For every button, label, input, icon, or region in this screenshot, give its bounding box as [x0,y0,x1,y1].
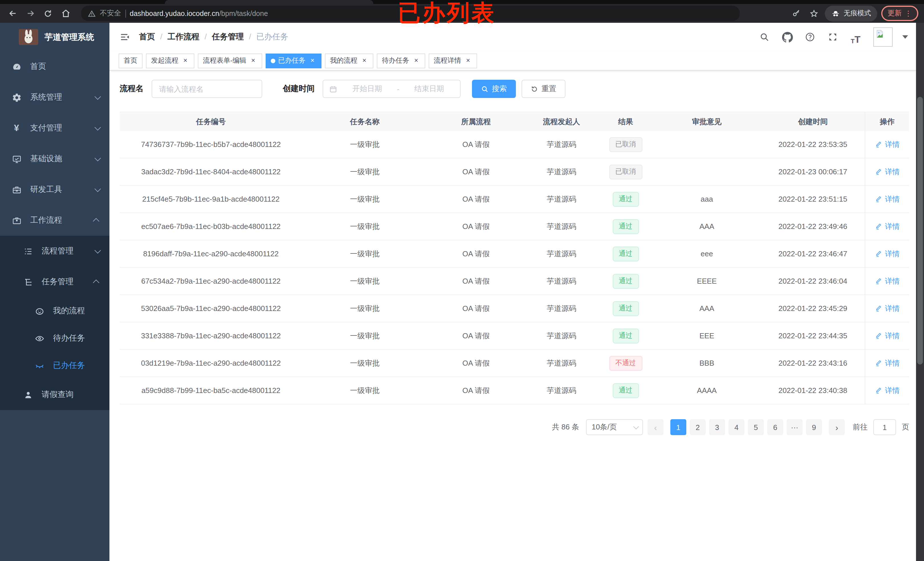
close-icon[interactable]: × [308,57,316,64]
cell-task-id: 331e3388-7b9a-11ec-a290-acde48001122 [120,322,302,349]
navbar: 首页工作流程任务管理已办任务 TT [110,23,916,51]
tree-icon [23,277,33,287]
sidebar-item-devtools[interactable]: 研发工具 [0,174,110,205]
process-name-input[interactable] [152,80,262,98]
breadcrumb-done[interactable]: 已办任务 [249,32,288,42]
detail-link[interactable]: 详情 [875,139,900,150]
edit-icon [875,195,882,203]
prev-page-button[interactable]: ‹ [648,419,663,435]
reload-icon[interactable] [41,6,55,20]
sidebar-item-workflow[interactable]: 工作流程 [0,205,110,236]
avatar-caret-icon[interactable] [902,35,908,39]
sidebar-item-payment[interactable]: ¥ 支付管理 [0,113,110,144]
result-tag: 不通过 [609,356,642,371]
detail-link[interactable]: 详情 [875,303,900,314]
cell-create-time: 2022-01-22 23:46:47 [761,240,865,267]
cell-comment: EEEE [652,268,761,295]
sidebar-fold-icon[interactable] [120,32,130,42]
browser-update-button[interactable]: 更新 ⋮ [881,6,918,21]
page-size-select[interactable]: 10条/页 [586,419,643,435]
detail-link[interactable]: 详情 [875,331,900,341]
forward-icon[interactable] [23,6,37,20]
cell-task-name: 一级审批 [302,295,428,322]
date-range-input[interactable]: 开始日期 - 结束日期 [322,80,460,98]
detail-link[interactable]: 详情 [875,167,900,177]
breadcrumb: 首页工作流程任务管理已办任务 [139,32,288,42]
help-icon[interactable] [802,30,818,45]
cell-task-name: 一级审批 [302,240,428,267]
cell-starter: 芋道源码 [524,213,598,240]
reset-button[interactable]: 重置 [522,80,566,98]
close-icon[interactable]: × [181,57,189,64]
tab-form-edit[interactable]: 流程表单-编辑 × [198,53,262,68]
page-list: 123456···9 [670,419,822,435]
security-warning-icon[interactable] [88,9,96,17]
edit-icon [875,387,882,394]
breadcrumb-home[interactable]: 首页 [139,32,155,42]
sidebar-item-system[interactable]: 系统管理 [0,82,110,113]
browser-active-tab[interactable] [165,0,374,4]
cell-comment: aaa [652,186,761,212]
scrollbar-thumb[interactable] [917,97,923,365]
page-3[interactable]: 3 [709,419,725,435]
close-icon[interactable]: × [412,57,420,64]
done-task-table: 任务编号任务名称所属流程流程发起人结果审批意见创建时间操作 74736737-7… [120,112,909,404]
page-4[interactable]: 4 [729,419,744,435]
edit-icon [875,168,882,175]
page-9[interactable]: 9 [806,419,822,435]
next-page-button[interactable]: › [829,419,845,435]
detail-link[interactable]: 详情 [875,194,900,204]
page-6[interactable]: 6 [767,419,783,435]
home-icon[interactable] [59,6,72,20]
sidebar-logo-row[interactable]: 芋道管理系统 [0,23,110,51]
close-icon[interactable]: × [249,57,257,64]
page-2[interactable]: 2 [690,419,706,435]
column-header: 任务名称 [302,112,428,131]
toolbox-icon [11,184,22,195]
font-size-icon[interactable]: TT [848,30,863,45]
search-icon[interactable] [757,30,772,45]
page-5[interactable]: 5 [748,419,764,435]
sidebar-item-todo-tasks[interactable]: 待办任务 [0,325,110,352]
breadcrumb-task-mgmt[interactable]: 任务管理 [205,32,244,42]
detail-link[interactable]: 详情 [875,385,900,395]
avatar[interactable] [873,27,892,47]
bookmark-star-icon[interactable] [807,6,821,20]
cell-create-time: 2022-01-22 23:53:35 [761,131,865,158]
browser-menu-icon[interactable]: ⋮ [904,9,912,18]
detail-link[interactable]: 详情 [875,358,900,368]
cell-task-id: 8196daff-7b9a-11ec-a290-acde48001122 [120,240,302,267]
back-icon[interactable] [6,6,20,20]
sidebar-item-my-process[interactable]: 我的流程 [0,297,110,325]
sidebar-item-process-mgmt[interactable]: 流程管理 [0,236,110,266]
close-icon[interactable]: × [464,57,472,64]
tab-proc-detail[interactable]: 流程详情 × [429,53,477,68]
sidebar-item-infra[interactable]: 基础设施 [0,144,110,174]
briefcase-icon [11,215,22,226]
cell-comment: eee [652,240,761,267]
tab-home[interactable]: 首页 [118,53,142,68]
breadcrumb-workflow[interactable]: 工作流程 [160,32,200,42]
detail-link[interactable]: 详情 [875,248,900,259]
tab-my-process[interactable]: 我的流程 × [325,53,374,68]
dashboard-icon [11,61,22,72]
tab-start-proc[interactable]: 发起流程 × [146,53,194,68]
tab-todo-tasks[interactable]: 待办任务 × [377,53,425,68]
detail-link[interactable]: 详情 [875,276,900,286]
sidebar-item-done-tasks[interactable]: 已办任务 [0,352,110,379]
page-more[interactable]: ··· [787,419,802,435]
fullscreen-icon[interactable] [825,30,840,45]
search-button[interactable]: 搜索 [472,80,516,98]
sidebar-item-leave-query[interactable]: 请假查询 [0,379,110,410]
sidebar-item-task-mgmt[interactable]: 任务管理 [0,266,110,297]
table-row: a59c9d88-7b99-11ec-ba5c-acde48001122 一级审… [120,377,909,404]
github-icon[interactable] [780,30,795,45]
detail-link[interactable]: 详情 [875,221,900,232]
page-1[interactable]: 1 [670,419,686,435]
sidebar-item-home[interactable]: 首页 [0,51,110,82]
password-key-icon[interactable] [789,6,803,20]
goto-page-input[interactable] [873,419,896,435]
incognito-badge: 无痕模式 [825,5,877,21]
close-icon[interactable]: × [360,57,368,64]
tab-done-tasks[interactable]: 已办任务 × [266,53,321,68]
